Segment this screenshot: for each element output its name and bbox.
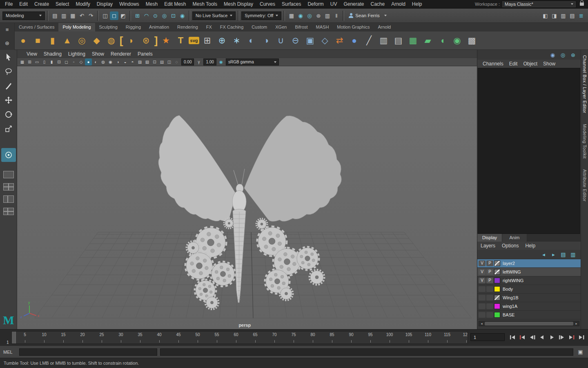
step-back-key-button[interactable] [518,333,527,341]
color-management-icon[interactable]: ◉ [218,58,225,65]
outliner-persp-layout-button[interactable] [2,206,15,216]
redo-icon[interactable]: ↷ [87,11,95,20]
shelf-tab-fx-caching[interactable]: FX Caching [216,23,247,31]
view-transform-selector[interactable]: sRGB gamma [226,58,279,65]
target-weld-icon[interactable]: ◉ [450,34,464,47]
layer-color-swatch[interactable] [494,260,500,266]
zero-transform-icon[interactable]: ∗ [230,34,243,47]
snapshot-icon[interactable]: ▤ [158,58,165,65]
smooth-icon[interactable]: ● [347,34,361,47]
toolbar-separator[interactable] [47,11,49,21]
channel-speed-icon[interactable]: ◎ [559,51,567,59]
shelf-tab-rigging[interactable]: Rigging [122,23,145,31]
channel-display-icon[interactable]: ◉ [548,51,557,59]
ambient-occlusion-icon[interactable]: ◒ [122,58,129,65]
menu-deform[interactable]: Deform [304,1,327,7]
step-forward-frame-button[interactable] [557,333,566,341]
channel-box-toggle-icon[interactable]: ▤ [568,11,577,20]
layer-visibility-toggle[interactable]: V [479,278,486,283]
layer-menu-help[interactable]: Help [522,243,539,249]
select-camera-icon[interactable]: ▦ [19,58,26,65]
scale-tool-button[interactable] [1,122,16,136]
snap-to-grids-icon[interactable]: ⊞ [133,11,142,20]
create-layer-from-selected-icon[interactable]: ▥ [569,250,577,259]
layer-playback-toggle[interactable]: P [486,278,493,283]
channel-menu-channels[interactable]: Channels [480,61,506,67]
shelf-tab-mash[interactable]: MASH [312,23,333,31]
panel-menu-shading[interactable]: Shading [41,51,65,57]
prim-bracket-right[interactable]: ] [154,34,158,47]
workspace-selector[interactable]: Maya Classic* [502,1,576,8]
menu-curves[interactable]: Curves [256,1,278,7]
menu-edit-mesh[interactable]: Edit Mesh [161,1,189,7]
layer-visibility-toggle[interactable]: V [479,269,486,275]
panel-menu-view[interactable]: View [24,51,40,57]
shelf-tab-motion-graphics[interactable]: Motion Graphics [333,23,374,31]
open-scene-icon[interactable]: ▥ [60,11,68,20]
shelf-tab-poly-modeling[interactable]: Poly Modeling [58,23,95,31]
channel-settings-icon[interactable]: ⊛ [569,51,577,59]
shelf-tab-fx[interactable]: FX [202,23,216,31]
render-current-frame-icon[interactable]: ◉ [296,11,305,20]
step-back-frame-button[interactable] [528,333,537,341]
bevel-icon[interactable]: ◇ [318,34,332,47]
scrollbar-thumb[interactable] [485,322,573,325]
layer-visibility-toggle[interactable] [479,303,486,309]
menu-mesh[interactable]: Mesh [143,1,161,7]
new-scene-icon[interactable]: ▤ [51,11,59,20]
exposure-icon[interactable]: ◌ [173,58,180,65]
snap-to-view-planes-icon[interactable]: ⊡ [169,11,178,20]
make-live-icon[interactable]: ◉ [178,11,187,20]
insert-edge-loop-icon[interactable]: ▥ [377,34,390,47]
film-gate-icon[interactable]: ▭ [33,58,40,65]
type-tool-icon[interactable]: T [174,34,187,47]
symmetry-field[interactable]: Symmetry: Off [241,11,281,20]
multi-cut-icon[interactable]: ╱ [362,34,376,47]
layer-editor-scrollbar[interactable]: ◂ ▸ [479,321,579,326]
mirror-icon[interactable]: ⇄ [333,34,346,47]
layer-row-Wing1B[interactable]: Wing1B [477,294,581,302]
viewport-canvas[interactable]: yxz persp [17,66,477,329]
menu-arnold[interactable]: Arnold [388,1,409,7]
exposure-field[interactable]: 0.00 [181,58,194,65]
offset-edge-loop-icon[interactable]: ▤ [392,34,405,47]
ipr-render-icon[interactable]: ◎ [305,11,314,20]
sidebar-tab-attribute-editor[interactable]: Attribute Editor [582,164,587,207]
svg-tool-icon[interactable]: svg [189,37,199,44]
play-forwards-button[interactable] [547,333,556,341]
menu-cache[interactable]: Cache [367,1,388,7]
sidebar-tab-modeling-toolkit[interactable]: Modeling Toolkit [582,119,587,164]
shaded-icon[interactable]: ● [85,58,92,65]
extrude-icon[interactable]: ▣ [303,34,317,47]
current-frame-field[interactable]: 1 [470,333,505,341]
single-pane-layout-button[interactable] [2,170,15,180]
poly-disc-icon[interactable]: ◍ [105,34,118,47]
layer-visibility-toggle[interactable] [479,286,486,292]
layer-row-rightWING[interactable]: VPrightWING [477,276,581,285]
gamma-field[interactable]: 1.00 [203,58,216,65]
layer-playback-toggle[interactable]: P [486,269,493,275]
layer-playback-toggle[interactable]: P [486,260,493,266]
layers-next-icon[interactable]: ▸ [549,250,558,259]
anti-aliasing-icon[interactable]: ▨ [136,58,143,65]
shadows-icon[interactable]: ◑ [114,58,121,65]
wireframe-icon[interactable]: ◇ [78,58,85,65]
shelf-gear-icon[interactable]: ⊛ [3,39,11,47]
panel-menu-renderer[interactable]: Renderer [108,51,134,57]
menu-select[interactable]: Select [52,1,72,7]
shelf-tab-rendering[interactable]: Rendering [173,23,202,31]
open-render-view-icon[interactable]: ▦ [287,11,296,20]
attribute-editor-toggle-icon[interactable]: ▥ [559,11,568,20]
go-to-end-button[interactable] [577,333,586,341]
poly-cone-icon[interactable]: ▲ [60,34,74,47]
layer-row-BASE[interactable]: BASE [477,311,581,319]
layer-color-swatch[interactable] [494,278,500,283]
menu-generate[interactable]: Generate [340,1,367,7]
sidebar-tab-channel-box-layer-editor[interactable]: Channel Box / Layer Editor [582,50,587,119]
toolbar-separator[interactable] [343,11,344,21]
set-pivot-origin-icon[interactable]: ⊕ [215,34,229,47]
snap-to-projected-center-icon[interactable]: ◎ [160,11,169,20]
move-tool-button[interactable] [1,93,16,107]
scroll-right-button[interactable]: ▸ [574,321,579,326]
poly-sphere-icon[interactable]: ● [16,34,30,47]
